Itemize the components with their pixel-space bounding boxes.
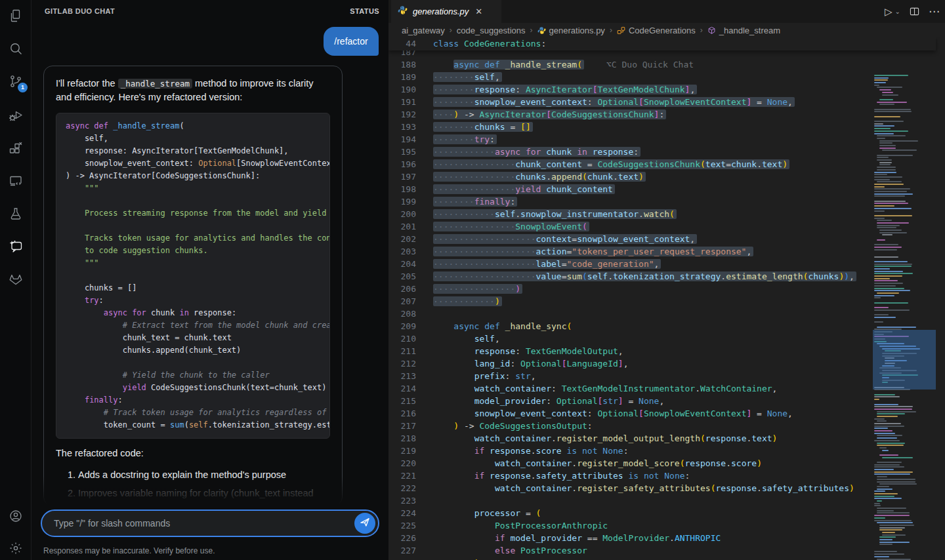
gitlab-icon[interactable] xyxy=(8,271,24,287)
code-line-191[interactable]: 191········snowplow_event_context: Optio… xyxy=(388,96,945,108)
python-symbol-icon xyxy=(537,26,546,35)
line-number: 206 xyxy=(388,283,416,295)
line-number: 223 xyxy=(388,494,416,507)
code-line-217[interactable]: 217 ) -> CodeSuggestionsOutput: xyxy=(388,420,945,432)
testing-icon[interactable] xyxy=(8,206,24,222)
breadcrumb-item-code_suggestions[interactable]: code_suggestions xyxy=(457,26,526,35)
chat-code-line: response: AsyncIterator[TextGenModelChun… xyxy=(66,145,329,157)
source-control-icon[interactable]: 1 xyxy=(8,73,24,89)
inline-code: _handle_stream xyxy=(118,79,192,89)
editor-group: generations.py ✕ ▷⌄ ⋯ ai_gateway›code_su… xyxy=(388,0,945,560)
code-line-207[interactable]: 207············) xyxy=(388,295,945,308)
code-line-197[interactable]: 197················chunks.append(chunk.t… xyxy=(388,170,945,183)
chat-code-line: # Yield the chunk to the caller xyxy=(66,369,329,382)
code-line-206[interactable]: 206················) xyxy=(388,283,945,295)
refactor-note-item: Improves variable naming for clarity (ch… xyxy=(78,486,330,500)
minimap-viewport[interactable] xyxy=(873,330,936,390)
minimap[interactable] xyxy=(873,75,936,560)
breadcrumb-item-ai_gateway[interactable]: ai_gateway xyxy=(402,26,445,35)
code-line-225[interactable]: 225 PostProcessorAnthropic xyxy=(388,519,945,532)
code-line-190[interactable]: 190········response: AsyncIterator[TextG… xyxy=(388,83,945,96)
code-line-205[interactable]: 205····················value=sum(self.to… xyxy=(388,270,945,283)
code-line-192[interactable]: 192····) -> AsyncIterator[CodeSuggestion… xyxy=(388,108,945,121)
extensions-icon[interactable] xyxy=(8,140,24,156)
selection-highlight: ········snowplow_event_context: Optional… xyxy=(433,97,795,107)
accounts-icon[interactable] xyxy=(8,508,24,524)
run-debug-icon[interactable] xyxy=(8,108,24,123)
chat-input-container xyxy=(41,510,379,537)
duo-chat-icon[interactable] xyxy=(8,239,24,254)
line-number: 200 xyxy=(388,208,416,220)
code-line-203[interactable]: 203····················action="tokens_pe… xyxy=(388,245,945,258)
remote-explorer-icon[interactable] xyxy=(8,173,24,189)
code-line-200[interactable]: 200············self.snowplow_instrumenta… xyxy=(388,208,945,220)
code-line-195[interactable]: 195············async for chunk in respon… xyxy=(388,146,945,158)
code-line-224[interactable]: 224 processor = ( xyxy=(388,507,945,519)
settings-icon[interactable] xyxy=(8,540,24,556)
more-actions-button[interactable]: ⋯ xyxy=(929,5,940,18)
code-line-219[interactable]: 219 if response.score is not None: xyxy=(388,445,945,457)
chat-panel-title: GITLAB DUO CHAT xyxy=(45,7,115,15)
breadcrumb-item-_handle_stream[interactable]: _handle_stream xyxy=(707,26,780,35)
code-line-227[interactable]: 227 else PostProcessor xyxy=(388,544,945,557)
refactor-note-item: Adds a docstring to explain the method's… xyxy=(78,468,330,482)
code-line-211[interactable]: 211 response: TextGenModelOutput, xyxy=(388,345,945,357)
line-number: 222 xyxy=(388,482,416,494)
line-number: 214 xyxy=(388,382,416,395)
chat-input[interactable] xyxy=(42,518,354,529)
code-line-208[interactable]: 208 xyxy=(388,308,945,320)
selection-highlight: ················chunk_content = CodeSugg… xyxy=(433,159,789,169)
code-line-212[interactable]: 212 lang_id: Optional[LanguageId], xyxy=(388,357,945,370)
code-line-196[interactable]: 196················chunk_content = CodeS… xyxy=(388,158,945,170)
code-line-199[interactable]: 199········finally: xyxy=(388,195,945,208)
code-line-215[interactable]: 215 model_provider: Optional[str] = None… xyxy=(388,395,945,407)
breadcrumb-item-codegenerations[interactable]: CodeGenerations xyxy=(617,26,696,35)
chat-status-link[interactable]: STATUS xyxy=(350,7,379,15)
explorer-icon[interactable] xyxy=(8,8,24,24)
line-number: 224 xyxy=(388,507,416,519)
chat-code-line: chunks.append(chunk_text) xyxy=(66,344,329,357)
search-icon[interactable] xyxy=(8,41,24,56)
split-editor-button[interactable] xyxy=(910,7,919,16)
paper-plane-icon xyxy=(359,516,371,530)
code-line-204[interactable]: 204····················label="code_gener… xyxy=(388,258,945,270)
chat-code-line: self, xyxy=(66,132,329,145)
code-line-189[interactable]: 189········self, xyxy=(388,71,945,83)
chat-code-block: async def _handle_stream( self, response… xyxy=(56,113,330,439)
assistant-message-text: I'll refactor the _handle_stream method … xyxy=(56,77,330,104)
code-line-228[interactable]: 228 ) xyxy=(388,557,945,560)
send-button[interactable] xyxy=(354,513,375,534)
selection-highlight: ············self.snowplow_instrumentator… xyxy=(433,209,677,219)
code-line-198[interactable]: 198················yield chunk_content xyxy=(388,183,945,195)
code-line-216[interactable]: 216 snowplow_event_context: Optional[Sno… xyxy=(388,407,945,420)
assistant-message: I'll refactor the _handle_stream method … xyxy=(43,66,343,506)
code-line-222[interactable]: 222 watch_container.register_safety_attr… xyxy=(388,482,945,494)
code-line-223[interactable]: 223 xyxy=(388,494,945,507)
code-line-221[interactable]: 221 if response.safety_attributes is not… xyxy=(388,470,945,482)
run-python-file-button[interactable]: ▷⌄ xyxy=(885,6,900,18)
code-line-218[interactable]: 218 watch_container.register_model_outpu… xyxy=(388,432,945,445)
code-line-213[interactable]: 213 prefix: str, xyxy=(388,370,945,382)
code-line-210[interactable]: 210 self, xyxy=(388,332,945,345)
code-editor[interactable]: 187188 async def _handle_stream(⌥C Duo Q… xyxy=(388,37,945,560)
line-number: 197 xyxy=(388,170,416,183)
code-line-193[interactable]: 193········chunks = [] xyxy=(388,121,945,133)
line-number: 195 xyxy=(388,146,416,158)
sticky-scroll-line[interactable]: 44class CodeGenerations: xyxy=(388,37,936,50)
code-line-226[interactable]: 226 if model_provider == ModelProvider.A… xyxy=(388,532,945,544)
tab-close-icon[interactable]: ✕ xyxy=(474,7,484,16)
tab-generations-py[interactable]: generations.py ✕ xyxy=(391,0,501,23)
code-line-214[interactable]: 214 watch_container: TextGenModelInstrum… xyxy=(388,382,945,395)
code-line-188[interactable]: 188 async def _handle_stream(⌥C Duo Quic… xyxy=(388,58,945,71)
chat-code-line: """ xyxy=(66,257,329,270)
code-line-220[interactable]: 220 watch_container.register_model_score… xyxy=(388,457,945,470)
line-number: 219 xyxy=(388,445,416,457)
code-line-201[interactable]: 201················SnowplowEvent( xyxy=(388,220,945,233)
code-line-194[interactable]: 194········try: xyxy=(388,133,945,146)
line-number: 196 xyxy=(388,158,416,170)
selection-highlight: ····) -> AsyncIterator[CodeSuggestionsCh… xyxy=(433,110,666,119)
breadcrumb-item-generationspy[interactable]: generations.py xyxy=(537,26,605,35)
code-line-202[interactable]: 202····················context=snowplow_… xyxy=(388,233,945,245)
code-lines: 187188 async def _handle_stream(⌥C Duo Q… xyxy=(388,46,945,560)
code-line-209[interactable]: 209 async def _handle_sync( xyxy=(388,320,945,332)
